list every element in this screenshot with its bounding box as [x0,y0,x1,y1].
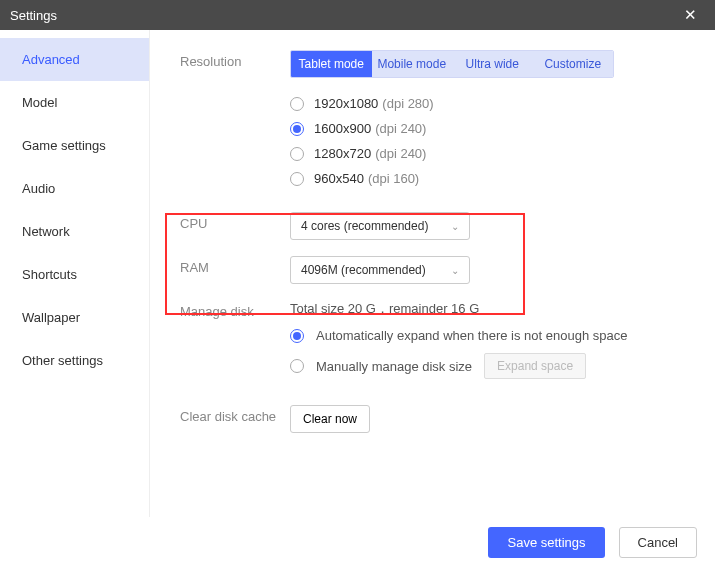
radio-icon[interactable] [290,97,304,111]
sidebar-item-audio[interactable]: Audio [0,167,149,210]
clear-cache-label: Clear disk cache [180,405,290,433]
resolution-option[interactable]: 960x540 (dpi 160) [290,171,715,186]
sidebar-item-wallpaper[interactable]: Wallpaper [0,296,149,339]
disk-manual-option[interactable]: Manually manage disk size Expand space [290,353,715,379]
manage-disk-label: Manage disk [180,300,290,389]
save-settings-button[interactable]: Save settings [488,527,604,558]
clear-now-button[interactable]: Clear now [290,405,370,433]
cpu-label: CPU [180,212,290,240]
resolution-option[interactable]: 1600x900 (dpi 240) [290,121,715,136]
sidebar-item-advanced[interactable]: Advanced [0,38,149,81]
mode-mobile[interactable]: Mobile mode [372,51,453,77]
mode-customize[interactable]: Customize [533,51,614,77]
ram-label: RAM [180,256,290,284]
titlebar: Settings ✕ [0,0,715,30]
sidebar-item-other-settings[interactable]: Other settings [0,339,149,382]
resolution-mode-segmented: Tablet mode Mobile mode Ultra wide Custo… [290,50,614,78]
window-title: Settings [10,8,57,23]
radio-icon[interactable] [290,172,304,186]
resolution-label: Resolution [180,50,290,196]
cpu-select[interactable]: 4 cores (recommended) ⌄ [290,212,470,240]
footer: Save settings Cancel [0,517,715,567]
sidebar-item-shortcuts[interactable]: Shortcuts [0,253,149,296]
chevron-down-icon: ⌄ [451,221,459,232]
disk-auto-option[interactable]: Automatically expand when there is not e… [290,328,715,343]
ram-select[interactable]: 4096M (recommended) ⌄ [290,256,470,284]
mode-tablet[interactable]: Tablet mode [291,51,372,77]
sidebar-item-network[interactable]: Network [0,210,149,253]
sidebar-item-game-settings[interactable]: Game settings [0,124,149,167]
radio-icon[interactable] [290,359,304,373]
cancel-button[interactable]: Cancel [619,527,697,558]
expand-space-button: Expand space [484,353,586,379]
mode-ultra[interactable]: Ultra wide [452,51,533,77]
radio-icon[interactable] [290,329,304,343]
content: Resolution Tablet mode Mobile mode Ultra… [150,30,715,517]
resolution-option[interactable]: 1280x720 (dpi 240) [290,146,715,161]
resolution-option[interactable]: 1920x1080 (dpi 280) [290,96,715,111]
disk-info: Total size 20 G，remainder 16 G [290,300,715,318]
chevron-down-icon: ⌄ [451,265,459,276]
sidebar: Advanced Model Game settings Audio Netwo… [0,30,150,517]
radio-icon[interactable] [290,147,304,161]
sidebar-item-model[interactable]: Model [0,81,149,124]
radio-icon[interactable] [290,122,304,136]
close-icon[interactable]: ✕ [675,6,705,24]
